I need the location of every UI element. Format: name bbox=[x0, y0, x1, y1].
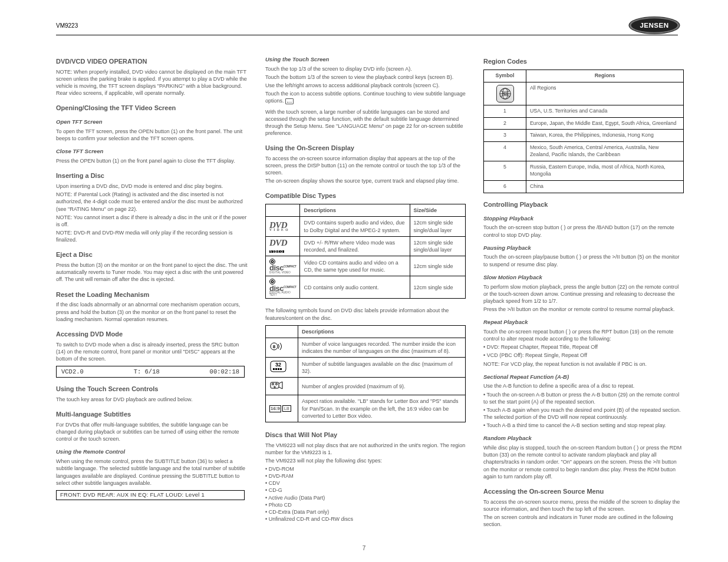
osd-heading: Using the On-Screen Display bbox=[265, 144, 466, 153]
osd-p1: To access the on-screen source informati… bbox=[265, 155, 466, 176]
status-display-box: FRONT: DVD REAR: AUX IN EQ: FLAT LOUD: L… bbox=[56, 490, 245, 500]
stop-heading: Stopping Playback bbox=[483, 215, 684, 223]
column-3: Region Codes Symbol Regions ALL All Regi… bbox=[483, 50, 684, 531]
eject-heading: Eject a Disc bbox=[56, 250, 248, 259]
table-row: 8 Number of voice languages recorded. Th… bbox=[266, 338, 466, 357]
region-5: 5 bbox=[484, 161, 526, 181]
slow-heading: Slow Motion Playback bbox=[483, 274, 684, 282]
table-row: 1USA, U.S. Territories and Canada bbox=[484, 105, 684, 117]
aspect-ratio-icon: 16:9LB bbox=[266, 395, 298, 422]
subtitles-heading: Multi-language Subtitles bbox=[56, 410, 248, 419]
cell: China bbox=[526, 180, 684, 193]
insert-note3: NOTE: DVD-R and DVD-RW media will only p… bbox=[56, 229, 248, 243]
table-row: DVDVIDEO DVD +/- R/RW where Video mode w… bbox=[266, 236, 466, 256]
reset-heading: Reset the Loading Mechanism bbox=[56, 290, 248, 299]
cell: Number of subtitle languages available o… bbox=[298, 358, 466, 378]
table-row: ALL All Regions bbox=[484, 82, 684, 105]
slow-p2: Press the >/II button on the monitor or … bbox=[483, 306, 684, 313]
th-icon bbox=[266, 204, 300, 217]
sect-li1: • Touch the on-screen A-B button or pres… bbox=[483, 391, 684, 405]
region-6: 6 bbox=[484, 180, 526, 193]
wont-p1: The VM9223 will not play discs that are … bbox=[265, 442, 466, 456]
open-text: To open the TFT screen, press the OPEN b… bbox=[56, 128, 248, 142]
jensen-logo: JENSEN bbox=[628, 15, 681, 35]
page-number: 7 bbox=[363, 545, 366, 551]
cell: DVD contains superb audio and video, due… bbox=[300, 217, 410, 236]
touch-li1: Touch the top 1/3 of the screen to displ… bbox=[265, 65, 466, 72]
li: CD-G bbox=[269, 487, 282, 493]
region-all-icon: ALL bbox=[484, 82, 526, 105]
cell: Taiwan, Korea, the Philippines, Indonesi… bbox=[526, 130, 684, 142]
table-row: DVDV I D E O DVD contains superb audio a… bbox=[266, 217, 466, 236]
eject-text: Press the button (3) on the monitor or o… bbox=[56, 262, 248, 283]
touch-li4: Touch the icon to access subtitle option… bbox=[265, 90, 466, 104]
src-p1: To access the on-screen source menu, pre… bbox=[483, 498, 684, 513]
cell: Number of angles provided (maximum of 9)… bbox=[298, 378, 466, 395]
region-4: 4 bbox=[484, 142, 526, 161]
cell: Number of voice languages recorded. The … bbox=[298, 338, 466, 357]
section-repeat-heading: Sectional Repeat Function (A-B) bbox=[483, 373, 684, 381]
th-regions: Regions bbox=[526, 70, 684, 82]
region-codes-heading: Region Codes bbox=[483, 57, 684, 66]
page-header: VM9223 bbox=[56, 18, 678, 35]
th-desc2: Descriptions bbox=[298, 325, 466, 338]
model-title: VM9223 bbox=[56, 22, 78, 29]
note-parking: NOTE: When properly installed, DVD video… bbox=[56, 68, 248, 97]
li: Touch A-B a third time to cancel the A-B… bbox=[487, 422, 667, 428]
table-row: 9 Number of angles provided (maximum of … bbox=[266, 378, 466, 395]
region-1: 1 bbox=[484, 105, 526, 117]
compat-heading: Compatible Disc Types bbox=[265, 191, 466, 200]
insert-heading: Inserting a Disc bbox=[56, 171, 248, 180]
touch-controls-text: The touch key areas for DVD playback are… bbox=[56, 396, 248, 403]
access-dvd-text: To switch to DVD mode when a disc is alr… bbox=[56, 341, 248, 362]
cell: USA, U.S. Territories and Canada bbox=[526, 105, 684, 117]
subtitle-icon bbox=[285, 98, 294, 104]
cell: Europe, Japan, the Middle East, Egypt, S… bbox=[526, 117, 684, 130]
li: Unfinalized CD-R and CD-RW discs bbox=[269, 516, 353, 522]
stop-text: Touch the on-screen stop button ( ) or p… bbox=[483, 224, 684, 238]
cell: Aspect ratios available. "LB" stands for… bbox=[298, 395, 466, 422]
touchscreen-heading: Using the Touch Screen bbox=[265, 56, 466, 64]
random-text: While disc play is stopped, touch the on… bbox=[483, 444, 684, 480]
close-heading: Close TFT Screen bbox=[56, 148, 248, 156]
cell: 12cm single side bbox=[410, 256, 465, 276]
pause-text: Touch the on-screen play/pause button ( … bbox=[483, 253, 684, 267]
osd-track: T: 6/18 bbox=[134, 368, 160, 376]
osd-type: VCD2.0 bbox=[61, 368, 84, 376]
cell: CD contains only audio content. bbox=[300, 276, 410, 299]
cell: 12cm single side single/dual layer bbox=[410, 217, 465, 236]
sect-li3: • Touch A-B a third time to cancel the A… bbox=[483, 422, 684, 429]
sub-lang-note: With the touch screen, a large number of… bbox=[265, 108, 466, 137]
li: Active Audio (Data Part) bbox=[268, 495, 325, 501]
repeat-li1: • DVD: Repeat Chapter, Repeat Title, Rep… bbox=[483, 343, 684, 351]
dvd-rw-icon: DVDVIDEO bbox=[266, 236, 300, 256]
insert-note2: NOTE: You cannot insert a disc if there … bbox=[56, 214, 248, 228]
li: Touch A-B again when you reach the desir… bbox=[483, 407, 681, 420]
table-row: 4Mexico, South America, Central America,… bbox=[484, 142, 684, 161]
random-heading: Random Playback bbox=[483, 435, 684, 442]
th-size: Size/Side bbox=[410, 204, 465, 217]
table-row: 32 Number of subtitle languages availabl… bbox=[266, 358, 466, 378]
column-1: DVD/VCD VIDEO OPERATION NOTE: When prope… bbox=[56, 50, 248, 531]
ctrl-playback-heading: Controlling Playback bbox=[483, 200, 684, 209]
table-row: discCOMPACTDIGITAL VIDEO Video CD contai… bbox=[266, 256, 466, 276]
table-row: 2Europe, Japan, the Middle East, Egypt, … bbox=[484, 117, 684, 130]
wont-p2: The VM9223 will not play the following d… bbox=[265, 457, 466, 464]
region-2: 2 bbox=[484, 117, 526, 130]
osd-p2: The on-screen display shows the source t… bbox=[265, 177, 466, 184]
insert-text: Upon inserting a DVD disc, DVD mode is e… bbox=[56, 183, 248, 190]
src-menu-heading: Accessing the On-screen Source Menu bbox=[483, 487, 684, 496]
sect-li2: • Touch A-B again when you reach the des… bbox=[483, 406, 684, 421]
th-icon2 bbox=[266, 325, 298, 338]
repeat-li2: • VCD (PBC Off): Repeat Single, Repeat O… bbox=[483, 352, 684, 359]
osd-time: 00:02:18 bbox=[210, 368, 239, 376]
access-dvd-heading: Accessing DVD Mode bbox=[56, 330, 248, 339]
li: DVD-RAM bbox=[269, 473, 294, 479]
li: Touch the on-screen A-B button or press … bbox=[483, 392, 679, 405]
svg-point-13 bbox=[276, 384, 278, 385]
subtitle-count-icon: 32 bbox=[266, 358, 298, 378]
region-codes-table: Symbol Regions ALL All Regions 1USA, U.S… bbox=[483, 70, 684, 193]
cell: All Regions bbox=[526, 82, 684, 105]
voice-lang-icon: 8 bbox=[266, 338, 298, 357]
wont-li: • DVD-ROM • DVD-RAM • CDV • CD-G • Activ… bbox=[265, 465, 466, 523]
